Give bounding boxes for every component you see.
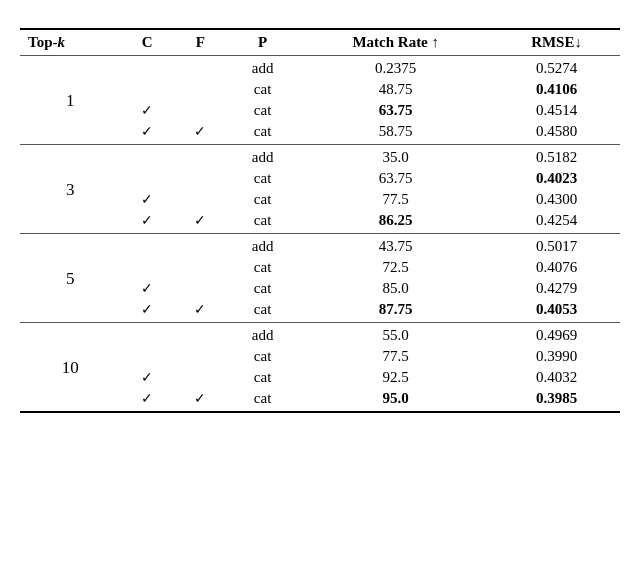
topk-value: 10 <box>20 323 121 413</box>
rmse-value: 0.4023 <box>493 168 620 189</box>
rmse-value: 0.4106 <box>493 79 620 100</box>
match-rate-value: 87.75 <box>298 299 493 323</box>
p-value: cat <box>227 210 299 234</box>
p-value: cat <box>227 299 299 323</box>
match-rate-value: 48.75 <box>298 79 493 100</box>
c-value: ✓ <box>121 299 174 323</box>
c-value <box>121 56 174 80</box>
f-value <box>174 168 227 189</box>
match-rate-value: 58.75 <box>298 121 493 145</box>
p-value: add <box>227 323 299 347</box>
f-value: ✓ <box>174 299 227 323</box>
c-value: ✓ <box>121 388 174 412</box>
f-value: ✓ <box>174 121 227 145</box>
p-value: cat <box>227 257 299 278</box>
c-value: ✓ <box>121 100 174 121</box>
match-rate-value: 63.75 <box>298 100 493 121</box>
topk-value: 1 <box>20 56 121 145</box>
f-value <box>174 56 227 80</box>
table-row: 5add43.750.5017 <box>20 234 620 258</box>
match-rate-value: 0.2375 <box>298 56 493 80</box>
f-value <box>174 367 227 388</box>
p-value: cat <box>227 168 299 189</box>
match-rate-value: 77.5 <box>298 189 493 210</box>
c-value <box>121 168 174 189</box>
match-rate-value: 92.5 <box>298 367 493 388</box>
f-value: ✓ <box>174 210 227 234</box>
p-value: cat <box>227 388 299 412</box>
f-value: ✓ <box>174 388 227 412</box>
f-value <box>174 79 227 100</box>
rmse-value: 0.4076 <box>493 257 620 278</box>
rmse-value: 0.4032 <box>493 367 620 388</box>
p-value: cat <box>227 121 299 145</box>
c-value: ✓ <box>121 189 174 210</box>
c-value <box>121 257 174 278</box>
f-value <box>174 145 227 169</box>
match-rate-value: 95.0 <box>298 388 493 412</box>
match-rate-value: 86.25 <box>298 210 493 234</box>
f-value <box>174 189 227 210</box>
p-value: add <box>227 145 299 169</box>
p-value: add <box>227 56 299 80</box>
rmse-value: 0.4514 <box>493 100 620 121</box>
c-value <box>121 145 174 169</box>
match-rate-value: 85.0 <box>298 278 493 299</box>
table-row: 1add0.23750.5274 <box>20 56 620 80</box>
c-value: ✓ <box>121 278 174 299</box>
topk-value: 3 <box>20 145 121 234</box>
match-rate-value: 77.5 <box>298 346 493 367</box>
f-value <box>174 100 227 121</box>
header-row: Top-k C F P Match Rate ↑ RMSE↓ <box>20 29 620 56</box>
rmse-value: 0.4053 <box>493 299 620 323</box>
p-value: cat <box>227 79 299 100</box>
rmse-value: 0.5274 <box>493 56 620 80</box>
match-rate-value: 55.0 <box>298 323 493 347</box>
p-value: cat <box>227 346 299 367</box>
f-value <box>174 346 227 367</box>
p-value: cat <box>227 278 299 299</box>
f-value <box>174 278 227 299</box>
col-header-rmse: RMSE↓ <box>493 29 620 56</box>
col-header-topk: Top-k <box>20 29 121 56</box>
col-header-match: Match Rate ↑ <box>298 29 493 56</box>
c-value <box>121 323 174 347</box>
rmse-value: 0.3985 <box>493 388 620 412</box>
col-header-p: P <box>227 29 299 56</box>
match-rate-value: 63.75 <box>298 168 493 189</box>
rmse-value: 0.5182 <box>493 145 620 169</box>
f-value <box>174 257 227 278</box>
rmse-value: 0.4969 <box>493 323 620 347</box>
p-value: cat <box>227 189 299 210</box>
c-value: ✓ <box>121 210 174 234</box>
p-value: cat <box>227 100 299 121</box>
results-table: Top-k C F P Match Rate ↑ RMSE↓ 1add0.237… <box>20 28 620 413</box>
p-value: add <box>227 234 299 258</box>
rmse-value: 0.5017 <box>493 234 620 258</box>
topk-value: 5 <box>20 234 121 323</box>
c-value: ✓ <box>121 367 174 388</box>
match-rate-value: 43.75 <box>298 234 493 258</box>
rmse-value: 0.3990 <box>493 346 620 367</box>
c-value <box>121 79 174 100</box>
p-value: cat <box>227 367 299 388</box>
table-container: Top-k C F P Match Rate ↑ RMSE↓ 1add0.237… <box>20 20 620 413</box>
c-value <box>121 346 174 367</box>
c-value <box>121 234 174 258</box>
rmse-value: 0.4279 <box>493 278 620 299</box>
rmse-value: 0.4300 <box>493 189 620 210</box>
match-rate-value: 35.0 <box>298 145 493 169</box>
match-rate-value: 72.5 <box>298 257 493 278</box>
col-header-f: F <box>174 29 227 56</box>
table-row: 3add35.00.5182 <box>20 145 620 169</box>
table-row: 10add55.00.4969 <box>20 323 620 347</box>
rmse-value: 0.4580 <box>493 121 620 145</box>
f-value <box>174 234 227 258</box>
f-value <box>174 323 227 347</box>
c-value: ✓ <box>121 121 174 145</box>
rmse-value: 0.4254 <box>493 210 620 234</box>
col-header-c: C <box>121 29 174 56</box>
